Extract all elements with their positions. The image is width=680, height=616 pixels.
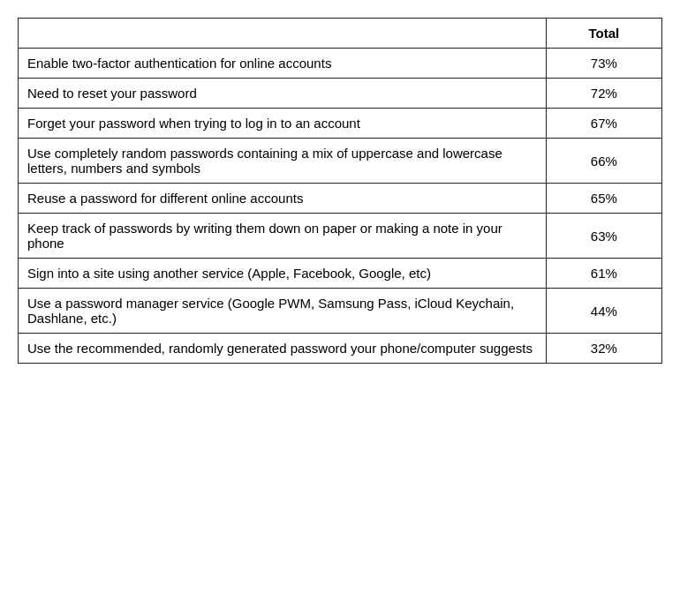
row-label: Forget your password when trying to log …	[19, 109, 547, 139]
table-row: Need to reset your password72%	[19, 79, 662, 109]
row-total: 66%	[546, 139, 661, 184]
header-total-col: Total	[546, 19, 661, 49]
row-label: Need to reset your password	[19, 79, 547, 109]
row-total: 65%	[546, 184, 661, 214]
row-label: Enable two-factor authentication for onl…	[19, 49, 547, 79]
row-label: Reuse a password for different online ac…	[19, 184, 547, 214]
table-row: Forget your password when trying to log …	[19, 109, 662, 139]
header-label-col	[19, 19, 547, 49]
row-total: 32%	[546, 334, 661, 364]
header-row: Total	[19, 19, 662, 49]
row-label: Use completely random passwords containi…	[19, 139, 547, 184]
row-total: 44%	[546, 289, 661, 334]
row-label: Use a password manager service (Google P…	[19, 289, 547, 334]
table-row: Use the recommended, randomly generated …	[19, 334, 662, 364]
row-total: 67%	[546, 109, 661, 139]
row-total: 72%	[546, 79, 661, 109]
row-label: Sign into a site using another service (…	[19, 259, 547, 289]
table-row: Reuse a password for different online ac…	[19, 184, 662, 214]
row-label: Use the recommended, randomly generated …	[19, 334, 547, 364]
data-table: Total Enable two-factor authentication f…	[18, 18, 662, 364]
table-row: Use a password manager service (Google P…	[19, 289, 662, 334]
row-total: 73%	[546, 49, 661, 79]
table-row: Enable two-factor authentication for onl…	[19, 49, 662, 79]
row-label: Keep track of passwords by writing them …	[19, 214, 547, 259]
table-row: Use completely random passwords containi…	[19, 139, 662, 184]
row-total: 61%	[546, 259, 661, 289]
table-row: Sign into a site using another service (…	[19, 259, 662, 289]
row-total: 63%	[546, 214, 661, 259]
table-row: Keep track of passwords by writing them …	[19, 214, 662, 259]
